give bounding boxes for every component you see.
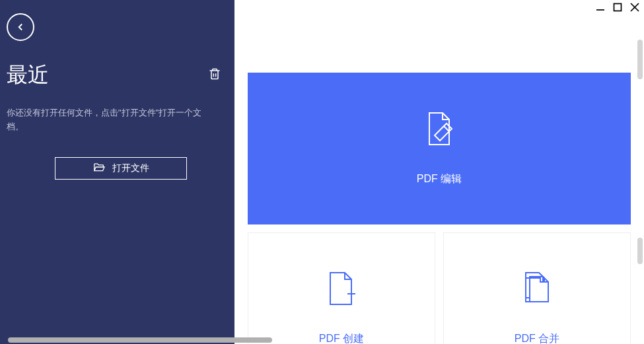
empty-recent-message: 你还没有打开任何文件，点击"打开文件"打开一个文档。 <box>7 106 234 134</box>
main-area: PDF 编辑 PDF 创建 <box>234 0 644 344</box>
recent-header: 最近 <box>7 61 234 90</box>
pdf-merge-icon <box>520 271 554 306</box>
minimize-button[interactable] <box>594 3 606 14</box>
folder-open-icon <box>92 162 106 174</box>
pdf-create-label: PDF 创建 <box>319 332 364 345</box>
close-button[interactable] <box>629 3 641 14</box>
recent-title: 最近 <box>7 61 49 90</box>
pdf-edit-card[interactable]: PDF 编辑 <box>248 73 631 224</box>
open-file-label: 打开文件 <box>112 162 149 174</box>
maximize-button[interactable] <box>612 3 624 14</box>
vertical-scrollbar[interactable] <box>637 40 643 79</box>
horizontal-scrollbar[interactable] <box>8 337 272 343</box>
vertical-scrollbar[interactable] <box>637 238 643 264</box>
pdf-merge-label: PDF 合并 <box>515 332 559 345</box>
back-button[interactable] <box>7 13 34 41</box>
pdf-edit-icon <box>423 112 456 146</box>
sidebar: 最近 你还没有打开任何文件，点击"打开文件"打开一个文档。 打开文件 <box>0 0 234 344</box>
pdf-create-icon <box>325 271 358 306</box>
pdf-edit-label: PDF 编辑 <box>417 172 462 186</box>
chevron-left-icon <box>15 21 26 33</box>
pdf-create-card[interactable]: PDF 创建 <box>248 232 435 344</box>
open-file-button[interactable]: 打开文件 <box>55 157 187 180</box>
card-grid: PDF 编辑 PDF 创建 <box>234 0 644 344</box>
trash-icon[interactable] <box>208 67 221 84</box>
svg-rect-1 <box>614 3 622 11</box>
window-controls <box>594 0 641 16</box>
pdf-merge-card[interactable]: PDF 合并 <box>443 232 631 344</box>
